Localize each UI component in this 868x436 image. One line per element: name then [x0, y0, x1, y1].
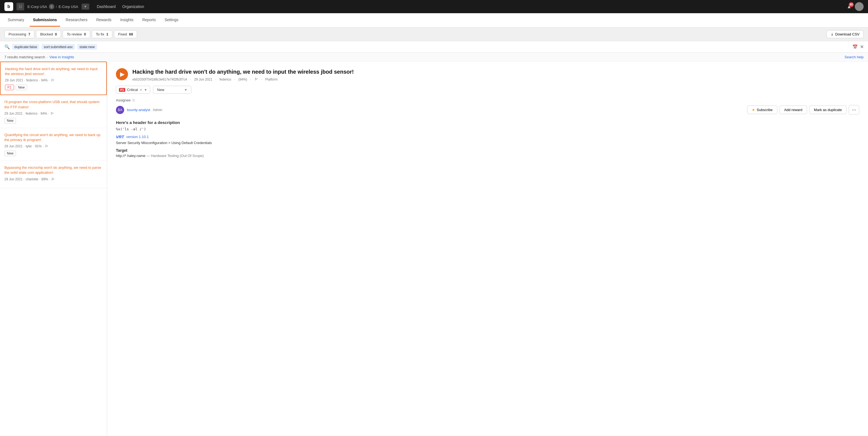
main-layout: Hacking the hard drive won't do anything…: [0, 62, 868, 436]
list-item-title: Quantifying the circuit won't do anythin…: [4, 133, 102, 142]
pill-processing[interactable]: Processing 7: [4, 30, 34, 38]
severity-clear-button[interactable]: ✕: [140, 88, 142, 92]
vrt-version[interactable]: version 1.10.1: [126, 135, 149, 139]
app-logo: b: [4, 2, 13, 11]
pill-fixed[interactable]: Fixed 68: [114, 30, 137, 38]
search-icon: 🔍: [4, 44, 10, 50]
org-badge: S: [49, 4, 54, 9]
more-options-button[interactable]: ⋯: [849, 105, 859, 115]
detail-header: ▶ Hacking the hard drive won't do anythi…: [116, 68, 859, 81]
report-score: (94%): [239, 78, 247, 81]
flag-icon: 🏳: [50, 111, 54, 116]
severity-dropdown[interactable]: P1 Critical ✕ ▼: [116, 86, 150, 94]
detail-panel: ▶ Hacking the hard drive won't do anythi…: [107, 62, 868, 436]
assignee-label: Assignee 👁̸: [116, 98, 859, 102]
vrt-logo: VRT: [116, 135, 124, 139]
tab-researchers[interactable]: Researchers: [62, 14, 91, 27]
flag-icon: 🏳: [51, 177, 55, 181]
star-icon: ★: [752, 108, 755, 112]
pill-to-fix[interactable]: To fix 1: [92, 30, 112, 38]
state-dropdown[interactable]: New ▼: [153, 86, 191, 94]
tab-submissions[interactable]: Submissions: [30, 14, 60, 27]
view-in-insights-link[interactable]: View in Insights: [50, 55, 74, 59]
doc-icon: ☷: [17, 3, 24, 10]
detail-meta: eb02030f754188c3e617e74f2fb3f7c4 · 29 Ju…: [132, 77, 354, 81]
target-value: http://*.haley.name — Hardware Testing (…: [116, 154, 859, 158]
report-date: 29 Jun 2021: [194, 78, 212, 81]
status-dropdowns: P1 Critical ✕ ▼ New ▼: [116, 86, 859, 94]
list-item-meta: 29 Jun 2021 · federico · 94% · 🏳: [4, 111, 102, 116]
flag-icon: 🏳: [51, 78, 55, 83]
nav-dashboard[interactable]: Dashboard: [97, 4, 116, 9]
target-label: Target: [116, 148, 859, 152]
top-nav-links: Dashboard Organization: [97, 4, 144, 9]
breadcrumb: E-Corp USA S / E-Corp USA: [28, 4, 78, 9]
search-tag-state[interactable]: state:new: [77, 44, 97, 50]
org-dropdown-button[interactable]: ▼: [82, 4, 89, 10]
tab-reports[interactable]: Reports: [139, 14, 159, 27]
vrt-category: Server Security Misconfiguration > Using…: [116, 141, 859, 145]
severity-name: Critical: [127, 88, 138, 92]
reporter-avatar: ▶: [116, 68, 128, 80]
action-buttons: ★ Subscribe Add reward Mark as duplicate…: [747, 105, 859, 115]
list-item-meta: 29 Jun 2021 · tyler · 91% · 🏳: [4, 144, 102, 148]
detail-title-block: Hacking the hard drive won't do anything…: [132, 68, 354, 81]
list-item-title: Bypassing the microchip won't do anythin…: [4, 165, 102, 175]
tab-summary[interactable]: Summary: [4, 14, 28, 27]
report-hash: eb02030f754188c3e617e74f2fb3f7c4: [132, 78, 187, 81]
search-bar: 🔍 duplicate:false sort:submitted-asc sta…: [0, 41, 868, 53]
top-navigation: b ☷ E-Corp USA S / E-Corp USA ▼ Dashboar…: [0, 0, 868, 13]
eye-off-icon: 👁̸: [132, 98, 135, 102]
report-author: federico: [219, 78, 231, 81]
search-tag-sort[interactable]: sort:submitted-asc: [41, 44, 75, 50]
assignee-row: BA bounty-analyst Admin ★ Subscribe Add …: [116, 105, 859, 115]
flag-icon: 🏳: [45, 144, 49, 148]
list-item[interactable]: I'll program the cross-platform USB card…: [0, 95, 107, 128]
nav-organization[interactable]: Organization: [122, 4, 144, 9]
description-header: Here's a header for a description: [116, 120, 859, 125]
state-tag: New: [4, 151, 16, 156]
dot-separator: ·: [47, 55, 48, 59]
severity-tag: P1: [5, 85, 14, 90]
assignee-name[interactable]: bounty-analyst: [127, 108, 150, 112]
status-bar: Processing 7 Blocked 0 To review 0 To fi…: [0, 28, 868, 41]
pill-to-review[interactable]: To review 0: [63, 30, 90, 38]
notification-bell[interactable]: ▲ 60: [846, 4, 851, 10]
download-icon: ⇣: [831, 32, 834, 36]
topnav-right: ▲ 60: [846, 2, 864, 11]
state-chevron-icon: ▼: [184, 88, 187, 92]
list-item[interactable]: Bypassing the microchip won't do anythin…: [0, 161, 107, 188]
tab-rewards[interactable]: Rewards: [93, 14, 115, 27]
search-help-link[interactable]: Search help: [845, 55, 864, 59]
list-item-tags: New: [4, 151, 102, 156]
list-item[interactable]: Hacking the hard drive won't do anything…: [0, 62, 107, 95]
severity-chevron-icon: ▼: [144, 88, 147, 92]
submissions-list: Hacking the hard drive won't do anything…: [0, 62, 107, 436]
mark-duplicate-button[interactable]: Mark as duplicate: [809, 106, 846, 114]
state-tag: New: [4, 118, 16, 123]
p1-badge: P1: [119, 88, 125, 92]
detail-title: Hacking the hard drive won't do anything…: [132, 68, 354, 75]
description-code: %x('ls -al /'): [116, 127, 859, 131]
calendar-icon[interactable]: 📅: [852, 44, 858, 50]
main-tabs: Summary Submissions Researchers Rewards …: [0, 13, 868, 28]
list-item-meta: 29 Jun 2021 · federico · 94% · 🏳: [5, 78, 102, 83]
vrt-row: VRT version 1.10.1: [116, 135, 859, 139]
report-platform: Platform: [265, 78, 278, 81]
list-item-meta: 29 Jun 2021 · charlotte · 89% · 🏳: [4, 177, 102, 181]
add-reward-button[interactable]: Add reward: [780, 106, 807, 114]
download-csv-button[interactable]: ⇣ Download CSV: [827, 30, 864, 38]
list-item[interactable]: Quantifying the circuit won't do anythin…: [0, 128, 107, 161]
user-avatar[interactable]: [855, 2, 864, 11]
org-name-1: E-Corp USA: [28, 5, 47, 9]
assignee-avatar: BA: [116, 106, 124, 114]
pill-blocked[interactable]: Blocked 0: [36, 30, 61, 38]
target-url[interactable]: http://*.haley.name: [116, 154, 145, 158]
tab-insights[interactable]: Insights: [117, 14, 137, 27]
tab-settings[interactable]: Settings: [161, 14, 182, 27]
clear-search-button[interactable]: ✕: [860, 44, 864, 50]
platform-flag-icon: 🏳: [254, 77, 258, 81]
state-value: New: [157, 88, 164, 92]
subscribe-button[interactable]: ★ Subscribe: [747, 106, 777, 114]
search-tag-duplicate[interactable]: duplicate:false: [12, 44, 39, 50]
